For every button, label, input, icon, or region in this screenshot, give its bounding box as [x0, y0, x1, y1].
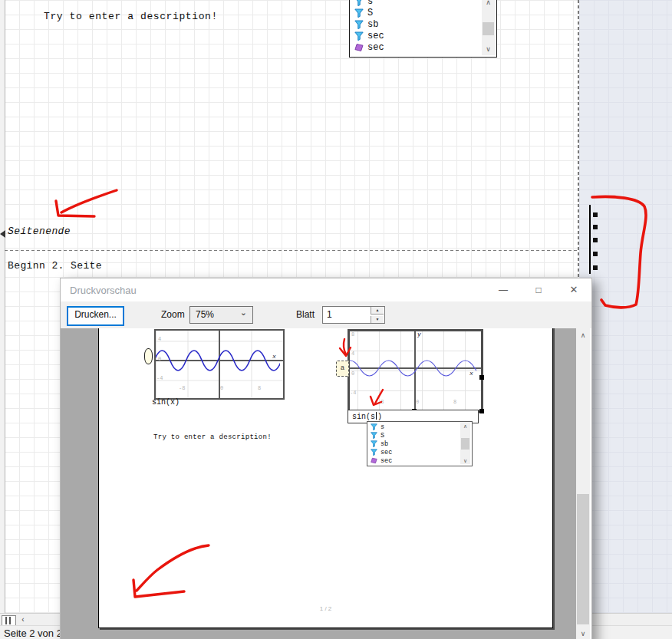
sine-plot-right-selected[interactable]: 8 4 0 -4 -8 0 8 y x: [348, 329, 483, 413]
close-button[interactable]: ✕: [556, 278, 591, 301]
worksheet-description-text: Try to enter a description!: [44, 11, 218, 22]
filter-function-icon: [354, 0, 364, 6]
page-break-dash: [593, 212, 598, 217]
preview-description-text: Try to enter a description!: [153, 433, 272, 441]
formula-close-paren: ): [377, 413, 382, 421]
zoom-value: 75%: [196, 309, 214, 320]
autocomplete-item-label: sb: [380, 440, 388, 448]
scrollbar-thumb[interactable]: [461, 438, 469, 450]
x-axis-label: x: [272, 353, 276, 360]
left-panel-edge[interactable]: [0, 0, 5, 613]
autocomplete-item[interactable]: sb: [367, 440, 472, 448]
autocomplete-item-label: sec: [367, 31, 384, 41]
autocomplete-item[interactable]: S: [350, 7, 496, 18]
minimize-button[interactable]: —: [486, 278, 521, 301]
formula-text: sin(s: [352, 413, 375, 421]
autocomplete-item[interactable]: s: [350, 0, 496, 7]
plot-caption[interactable]: sin(x): [152, 398, 180, 407]
y-axis-label: y: [417, 331, 421, 338]
x-tick: -8: [377, 399, 384, 405]
x-tick: 0: [220, 385, 223, 391]
resize-handle-corner[interactable]: [479, 409, 484, 413]
splitter-bar: [9, 617, 11, 624]
x-tick: 8: [258, 385, 261, 391]
description-placeholder-icon[interactable]: a: [336, 361, 349, 377]
status-page-indicator: Seite 2 von 2: [4, 627, 62, 639]
splitter-icon[interactable]: [2, 615, 16, 626]
autocomplete-item[interactable]: sb: [350, 18, 496, 30]
y-tick: 0: [351, 371, 354, 377]
spin-down-icon[interactable]: ▼: [371, 316, 384, 323]
filter-function-icon: [371, 449, 377, 456]
autocomplete-item-label: S: [367, 8, 373, 18]
autocomplete-item[interactable]: sec: [350, 41, 496, 53]
y-tick: -4: [350, 390, 356, 396]
autocomplete-dropdown: s S sb sec sec ∧ ∨: [349, 0, 497, 58]
sheet-number-input[interactable]: [323, 307, 371, 321]
page-end-label: Seitenende: [8, 226, 71, 237]
y-tick: 4: [158, 336, 161, 342]
page-number-indicator: 1 / 2: [99, 605, 552, 612]
page-break-dash: [593, 225, 598, 229]
autocomplete-item[interactable]: S: [367, 431, 472, 440]
scroll-up-icon[interactable]: ∧: [576, 332, 590, 339]
filter-function-icon: [354, 20, 364, 29]
autocomplete-item[interactable]: sec: [350, 30, 496, 41]
print-preview-window: Druckvorschau — □ ✕ Drucken... Zoom 75% …: [60, 278, 592, 639]
sheet-label: Blatt: [296, 309, 315, 320]
page-break-dash: [593, 265, 598, 270]
window-titlebar[interactable]: Druckvorschau — □ ✕: [61, 278, 591, 301]
page2-start-label: Beginn 2. Seite: [8, 260, 102, 272]
page-break-solid-line: [589, 205, 591, 274]
maximize-button[interactable]: □: [521, 278, 556, 301]
filter-function-icon: [371, 423, 377, 430]
filter-function-icon: [371, 432, 377, 439]
sine-curve: [350, 331, 476, 406]
autocomplete-item[interactable]: sec: [367, 448, 472, 456]
scroll-up-icon[interactable]: ∧: [460, 423, 470, 430]
scroll-down-icon[interactable]: ∨: [460, 457, 470, 464]
x-axis-label: x: [469, 370, 473, 377]
scroll-up-icon[interactable]: ∧: [482, 0, 495, 6]
y-tick: -4: [156, 375, 163, 381]
preview-vertical-scrollbar[interactable]: ∧ ∨: [576, 328, 590, 639]
x-tick: -8: [179, 385, 185, 391]
preview-toolbar: Drucken... Zoom 75% ⌄ Blatt ▲ ▼: [61, 301, 591, 328]
y-tick: 8: [351, 331, 354, 338]
autocomplete-item-label: s: [367, 0, 373, 7]
page-break-dashed-line: [5, 250, 578, 251]
text-cursor: [376, 412, 377, 420]
zoom-select[interactable]: 75% ⌄: [189, 306, 253, 324]
spin-up-icon[interactable]: ▲: [371, 307, 384, 315]
sine-plot-left: 4 0 -4 -8 0 8 x: [154, 329, 285, 400]
x-tick: 0: [416, 399, 419, 405]
page-break-arrow-icon: [0, 230, 5, 238]
page-break-dash: [593, 238, 598, 242]
scroll-down-icon[interactable]: ∨: [482, 46, 495, 53]
scroll-left-button[interactable]: ‹: [17, 615, 29, 624]
autocomplete-item[interactable]: s: [367, 423, 472, 431]
resize-handle-right[interactable]: [479, 375, 484, 380]
scroll-down-icon[interactable]: ∨: [576, 631, 590, 637]
dropdown-scrollbar[interactable]: ∧ ∨: [482, 0, 495, 55]
empty-placeholder-icon[interactable]: [144, 348, 153, 364]
autocomplete-item-label: sec: [367, 42, 384, 53]
app-root: Try to enter a description! Seitenende B…: [0, 0, 672, 639]
autocomplete-item-label: sec: [380, 449, 392, 456]
splitter-bar: [5, 617, 7, 624]
autocomplete-item[interactable]: sec: [367, 456, 472, 465]
preview-content-area: 4 0 -4 -8 0 8 x sin(x) 8: [61, 328, 590, 639]
window-title: Druckvorschau: [70, 285, 137, 296]
filter-function-icon: [354, 8, 364, 18]
filter-function-icon: [371, 440, 377, 447]
print-button[interactable]: Drucken...: [67, 306, 124, 326]
autocomplete-dropdown-preview: s S sb sec s: [367, 421, 473, 466]
y-tick: 4: [351, 351, 354, 357]
unit-icon: [371, 457, 377, 464]
zoom-label: Zoom: [161, 309, 185, 320]
autocomplete-item-label: sb: [367, 19, 378, 30]
worksheet-outside-page-area: [579, 0, 672, 613]
dropdown-scrollbar[interactable]: ∧ ∨: [460, 422, 470, 464]
scrollbar-thumb[interactable]: [577, 494, 589, 624]
scrollbar-thumb[interactable]: [483, 22, 494, 35]
